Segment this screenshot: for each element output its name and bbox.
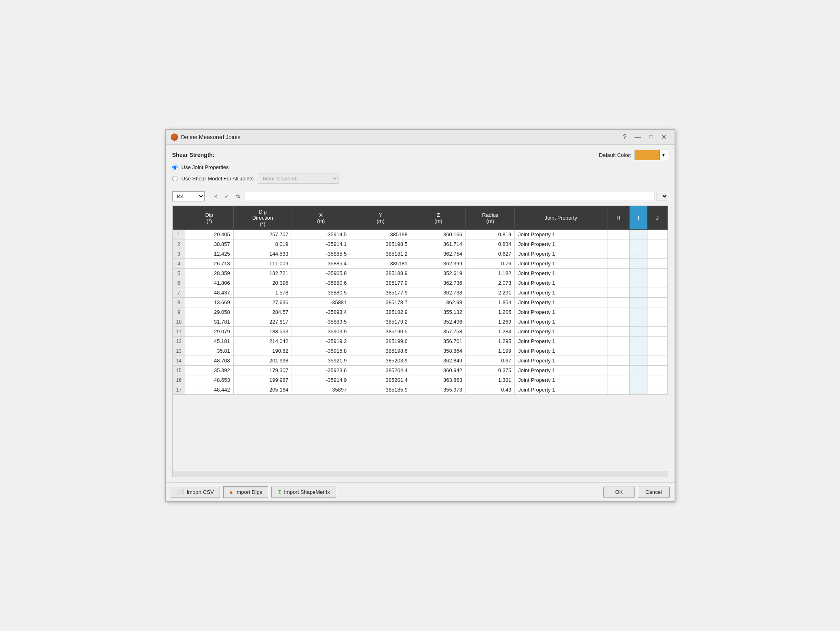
table-cell[interactable]: 48.708 bbox=[185, 356, 233, 366]
import-dips-button[interactable]: ● Import Dips bbox=[223, 486, 269, 498]
table-cell[interactable] bbox=[607, 337, 630, 346]
table-cell[interactable]: 1.578 bbox=[233, 288, 292, 298]
table-cell[interactable]: 1 bbox=[173, 230, 185, 239]
table-cell[interactable]: 385178.7 bbox=[350, 298, 411, 307]
table-cell[interactable]: 179.307 bbox=[233, 366, 292, 375]
table-cell[interactable]: Joint Property 1 bbox=[515, 356, 607, 366]
table-cell[interactable]: 385185.9 bbox=[350, 385, 411, 395]
table-cell[interactable]: 5 bbox=[173, 269, 185, 278]
table-cell[interactable]: 361.714 bbox=[411, 239, 465, 249]
table-cell[interactable] bbox=[647, 298, 667, 307]
table-cell[interactable] bbox=[647, 230, 667, 239]
table-cell[interactable] bbox=[630, 375, 647, 385]
table-cell[interactable] bbox=[607, 307, 630, 317]
table-cell[interactable]: Joint Property 1 bbox=[515, 317, 607, 327]
table-cell[interactable]: 385181 bbox=[350, 259, 411, 269]
cancel-button[interactable]: Cancel bbox=[638, 487, 669, 498]
table-cell[interactable]: 360.942 bbox=[411, 366, 465, 375]
table-cell[interactable]: 12 bbox=[173, 337, 185, 346]
table-cell[interactable] bbox=[607, 259, 630, 269]
table-cell[interactable]: 1.284 bbox=[465, 327, 514, 337]
table-cell[interactable]: 48.653 bbox=[185, 375, 233, 385]
table-cell[interactable]: 45.181 bbox=[185, 337, 233, 346]
table-cell[interactable]: 385198.6 bbox=[350, 346, 411, 356]
table-cell[interactable]: 20.396 bbox=[233, 278, 292, 288]
table-cell[interactable]: Joint Property 1 bbox=[515, 259, 607, 269]
table-cell[interactable]: 385182.9 bbox=[350, 307, 411, 317]
table-cell[interactable]: 1.381 bbox=[465, 375, 514, 385]
table-cell[interactable] bbox=[630, 278, 647, 288]
table-cell[interactable]: -35889.5 bbox=[292, 317, 350, 327]
table-wrapper[interactable]: Dip(°) DipDirection(°) X(m) Y(m) Z(m) Ra… bbox=[173, 206, 668, 471]
table-cell[interactable]: -35885.4 bbox=[292, 259, 350, 269]
table-cell[interactable]: 35.392 bbox=[185, 366, 233, 375]
table-cell[interactable]: -35923.6 bbox=[292, 366, 350, 375]
table-cell[interactable] bbox=[607, 366, 630, 375]
table-cell[interactable]: 201.998 bbox=[233, 356, 292, 366]
table-cell[interactable]: 8 bbox=[173, 298, 185, 307]
table-cell[interactable]: 1.269 bbox=[465, 317, 514, 327]
radio-use-joint-properties[interactable] bbox=[172, 165, 178, 170]
table-cell[interactable]: 188.553 bbox=[233, 327, 292, 337]
table-cell[interactable]: 0.43 bbox=[465, 385, 514, 395]
table-cell[interactable] bbox=[647, 337, 667, 346]
table-cell[interactable]: 111.009 bbox=[233, 259, 292, 269]
table-cell[interactable] bbox=[607, 356, 630, 366]
table-cell[interactable]: 29.058 bbox=[185, 307, 233, 317]
table-cell[interactable]: 1.182 bbox=[465, 269, 514, 278]
table-cell[interactable]: 48.437 bbox=[185, 288, 233, 298]
table-cell[interactable]: 35.81 bbox=[185, 346, 233, 356]
table-cell[interactable]: -35885.5 bbox=[292, 249, 350, 259]
table-cell[interactable] bbox=[630, 298, 647, 307]
table-cell[interactable]: 0.375 bbox=[465, 366, 514, 375]
table-cell[interactable]: 1.854 bbox=[465, 298, 514, 307]
table-cell[interactable]: 20.405 bbox=[185, 230, 233, 239]
table-cell[interactable]: 257.707 bbox=[233, 230, 292, 239]
ok-button[interactable]: OK bbox=[603, 487, 635, 498]
table-cell[interactable]: 362.849 bbox=[411, 356, 465, 366]
table-cell[interactable]: 144.533 bbox=[233, 249, 292, 259]
table-cell[interactable]: 13.669 bbox=[185, 298, 233, 307]
table-cell[interactable]: 362.399 bbox=[411, 259, 465, 269]
table-cell[interactable]: 227.817 bbox=[233, 317, 292, 327]
table-cell[interactable] bbox=[647, 375, 667, 385]
table-cell[interactable]: 0.627 bbox=[465, 249, 514, 259]
table-cell[interactable]: 7 bbox=[173, 288, 185, 298]
table-cell[interactable]: 27.636 bbox=[233, 298, 292, 307]
table-cell[interactable]: 385199.6 bbox=[350, 337, 411, 346]
table-cell[interactable]: -35893.4 bbox=[292, 307, 350, 317]
table-cell[interactable] bbox=[630, 259, 647, 269]
table-cell[interactable]: 15 bbox=[173, 366, 185, 375]
table-cell[interactable]: Joint Property 1 bbox=[515, 385, 607, 395]
table-cell[interactable]: 17 bbox=[173, 385, 185, 395]
table-cell[interactable]: Joint Property 1 bbox=[515, 346, 607, 356]
table-cell[interactable]: -35921.9 bbox=[292, 356, 350, 366]
table-cell[interactable] bbox=[647, 327, 667, 337]
table-cell[interactable]: 362.736 bbox=[411, 278, 465, 288]
table-cell[interactable]: 28.359 bbox=[185, 269, 233, 278]
formula-input[interactable] bbox=[245, 192, 654, 201]
radio-shear-label[interactable]: Use Shear Model For All Joints bbox=[182, 176, 254, 182]
table-cell[interactable] bbox=[647, 278, 667, 288]
table-cell[interactable]: -35905.8 bbox=[292, 269, 350, 278]
table-cell[interactable]: Joint Property 1 bbox=[515, 307, 607, 317]
radio-use-shear-model[interactable] bbox=[172, 176, 178, 181]
table-cell[interactable]: 385181.2 bbox=[350, 249, 411, 259]
table-cell[interactable] bbox=[607, 288, 630, 298]
table-cell[interactable] bbox=[630, 249, 647, 259]
formula-dropdown[interactable] bbox=[656, 192, 668, 201]
table-cell[interactable]: 26.713 bbox=[185, 259, 233, 269]
table-cell[interactable]: 1.205 bbox=[465, 307, 514, 317]
horizontal-scrollbar[interactable] bbox=[173, 471, 668, 477]
table-cell[interactable] bbox=[647, 317, 667, 327]
table-cell[interactable] bbox=[630, 356, 647, 366]
table-cell[interactable]: -35914.5 bbox=[292, 230, 350, 239]
table-cell[interactable] bbox=[630, 288, 647, 298]
table-cell[interactable] bbox=[647, 269, 667, 278]
help-button[interactable]: ? bbox=[620, 133, 630, 141]
table-cell[interactable]: 3 bbox=[173, 249, 185, 259]
table-cell[interactable] bbox=[630, 346, 647, 356]
table-cell[interactable]: 41.806 bbox=[185, 278, 233, 288]
cell-reference-select[interactable]: I44 bbox=[172, 191, 205, 201]
table-cell[interactable] bbox=[630, 307, 647, 317]
